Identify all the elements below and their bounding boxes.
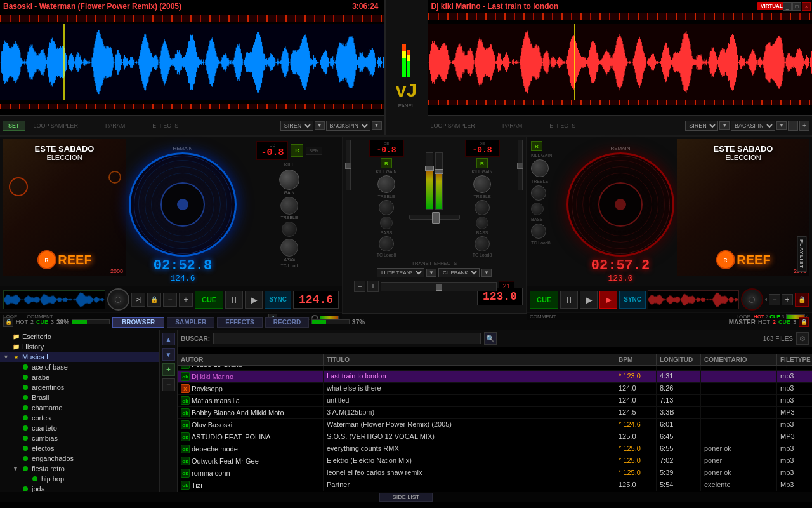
left-set-btn[interactable]: SET [3,121,25,131]
sidebar-item-joda[interactable]: joda [0,484,159,492]
clip-bank-select[interactable]: CLIPBANK [438,268,480,277]
right-effect2-dropdown[interactable]: ▼ [776,121,787,130]
sidebar-ctrl-down[interactable]: ▼ [162,348,175,361]
table-row[interactable]: ok ASTUDIO FEAT. POLINA S.O.S. (VERTIGO … [178,431,812,443]
left-bass-knob[interactable] [280,239,298,257]
left-r-btn[interactable]: R [291,144,303,157]
left-effect1-select[interactable]: SIREN [280,121,313,131]
file-settings-btn[interactable]: ⚙ [796,332,809,345]
left-gain-mixer-knob[interactable] [377,175,395,193]
right-plus-btn[interactable]: + [799,121,809,131]
maximize-btn[interactable]: □ [792,2,801,11]
right-waveform-display[interactable] [428,13,813,114]
left-treble-mixer-knob[interactable] [379,200,394,215]
sidebar-item-cuarteto[interactable]: cuarteto [0,423,159,433]
left-bass-mixer-knob[interactable] [379,236,394,251]
left-plus-loop[interactable]: + [179,293,193,307]
left-gain-knob[interactable] [279,170,299,190]
minimize-btn[interactable]: _ [783,2,792,11]
right-play-pause-btn[interactable]: ⏸ [560,291,578,309]
sidebar-item-argentinos[interactable]: argentinos [0,382,159,392]
right-platter[interactable] [566,152,674,257]
sidebar-item-enganchados[interactable]: enganchados [0,453,159,464]
sidebar-ctrl-minus[interactable]: − [162,378,175,391]
right-minus-btn[interactable]: - [788,121,798,131]
right-effect1-select[interactable]: SIREN [685,121,718,131]
table-row[interactable]: ok Tizi Partner 125.0 5:54 exelente Mp3 [178,479,812,491]
left-sync-btn[interactable]: SYNC [265,291,291,309]
left-play-pause-btn[interactable]: ⏸ [225,291,243,309]
left-mini-waveform[interactable] [3,290,105,309]
sidebar-item-hip-hop[interactable]: hip hop [0,474,159,484]
clip-bank-dropdown[interactable]: ▼ [481,269,492,277]
sidebar-item-cortes[interactable]: cortes [0,413,159,423]
left-vinyl-spinner[interactable] [107,288,129,311]
left-effect1-dropdown[interactable]: ▼ [315,121,325,130]
left-pitch-slider[interactable] [346,140,351,190]
left-play-btn[interactable]: ▶ [245,291,263,309]
close-btn[interactable]: × [802,2,811,11]
left-vol-fader[interactable] [426,152,433,210]
search-submit-btn[interactable]: 🔍 [484,332,497,345]
right-bass-mixer-knob[interactable] [475,236,490,251]
table-row[interactable]: ok Olav Basoski Waterman (Flower Power R… [178,419,812,431]
left-treble-knob[interactable] [280,197,298,215]
right-treble-knob[interactable] [531,185,546,201]
right-gain-mixer-knob[interactable] [473,175,491,193]
trans-effect-select[interactable]: LLITE TRANS [377,268,424,277]
right-play-fwd-btn[interactable]: ▶ [580,291,598,309]
table-row[interactable]: ok Outwork Feat Mr Gee Elektro (Elektro … [178,455,812,467]
right-mini-waveform[interactable] [648,290,739,309]
left-platter[interactable] [129,152,237,257]
left-r-mixer-btn[interactable]: R [381,158,392,168]
browser-tab[interactable]: BROWSER [112,317,164,328]
right-plus-loop[interactable]: + [782,294,793,305]
crossfader[interactable] [409,215,460,220]
search-input[interactable] [213,333,481,344]
left-cue-point-btn[interactable]: ⊳| [131,293,145,307]
right-r-mixer-btn[interactable]: R [476,158,488,168]
right-mid-knob[interactable] [531,203,544,215]
left-effect2-select[interactable]: BACKSPIN [326,121,370,131]
left-lock-btn[interactable]: 🔒 [147,293,161,307]
sidebar-item-cumbias[interactable]: cumbias [0,433,159,443]
right-effect2-select[interactable]: BACKSPIN [731,121,775,131]
right-bass-knob[interactable] [531,224,546,239]
right-lock-btn[interactable]: 🔒 [795,293,809,307]
right-sync-btn[interactable]: SYNC [619,291,646,309]
sidebar-item-fiesta-retro[interactable]: ▼fiesta retro [0,464,159,474]
right-treble-mixer-knob[interactable] [475,200,490,215]
sidebar-item-escritorio[interactable]: 📁Escritorio [0,331,159,342]
sidebar-item-efectos[interactable]: efectos [0,443,159,453]
left-waveform-display[interactable] [0,13,384,114]
right-gain-knob[interactable] [531,159,549,177]
right-vinyl-spinner[interactable] [741,288,763,311]
sidebar-item-musica[interactable]: ▼★Musica I [0,352,159,362]
table-row[interactable]: X Royksopp what else is there 124.0 8:26… [178,383,812,395]
effects-tab[interactable]: EFFECTS [217,317,263,328]
right-effect1-dropdown[interactable]: ▼ [719,121,730,130]
sidebar-ctrl-add[interactable]: + [162,363,175,376]
left-mid-mixer-knob[interactable] [380,217,393,229]
table-row[interactable]: ok depeche mode everything counts RMX * … [178,443,812,455]
record-tab[interactable]: RECORD [265,317,309,328]
sampler-tab[interactable]: SAMPLER [167,317,214,328]
table-row[interactable]: ok Matias mansilla untitled 124.0 7:13 m… [178,395,812,407]
right-vol-fader[interactable] [435,152,443,210]
sidebar-item-chamame[interactable]: chamame [0,403,159,413]
right-mid-mixer-knob[interactable] [476,217,488,229]
bpm-fader-track[interactable] [381,282,497,291]
left-effect2-dropdown[interactable]: ▼ [372,121,382,130]
table-row[interactable]: ok romina cohn leonel el feo carlos shaw… [178,467,812,479]
right-pitch-slider[interactable] [518,140,523,190]
left-cue-btn[interactable]: CUE [195,291,223,309]
trans-effect-dropdown[interactable]: ▼ [426,269,436,277]
sidebar-item-brasil[interactable]: Brasil [0,392,159,403]
left-minus-loop[interactable]: − [163,293,177,307]
sidebar-item-history[interactable]: 📁History [0,342,159,352]
table-row[interactable]: ok Dj kiki Marino Last train to london *… [178,371,812,383]
sidebar-item-arabe[interactable]: arabe [0,372,159,382]
sidebar-item-ace-of-base[interactable]: ace of base [0,362,159,372]
left-mid-knob[interactable] [282,222,297,237]
right-cue-btn[interactable]: CUE [530,291,558,309]
